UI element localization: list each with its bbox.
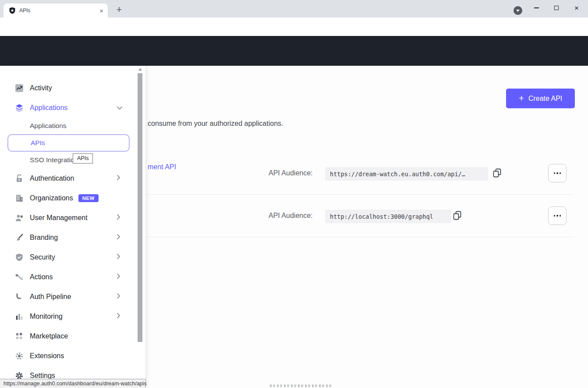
row-divider bbox=[146, 194, 574, 195]
auth0-favicon-icon bbox=[9, 7, 16, 14]
sidebar-item-marketplace[interactable]: Marketplace bbox=[0, 326, 145, 346]
sidebar-item-monitoring[interactable]: Monitoring bbox=[0, 306, 145, 326]
close-window-button[interactable]: × bbox=[567, 0, 586, 16]
marketplace-icon bbox=[15, 332, 24, 341]
sidebar-menu: ActivityApplicationsApplicationsAPIsSSO … bbox=[0, 66, 145, 385]
sidebar-item-applications[interactable]: Applications bbox=[0, 117, 145, 134]
auth0-top-navbar: dream-watch Discuss your needs Docs bbox=[0, 36, 588, 66]
chevron-down-icon bbox=[516, 10, 520, 12]
chevron-right-icon bbox=[117, 313, 120, 320]
maximize-window-button[interactable] bbox=[547, 0, 566, 16]
tab-strip: APIs × + × bbox=[0, 0, 588, 18]
sidebar-item-security[interactable]: Security bbox=[0, 247, 145, 267]
page-subtitle: consume from your authorized application… bbox=[148, 120, 283, 128]
maximize-icon bbox=[554, 6, 559, 10]
close-icon: × bbox=[574, 4, 579, 12]
sidebar-item-label: Activity bbox=[30, 84, 52, 92]
sidebar-item-label: Organizations bbox=[30, 194, 73, 202]
branding-icon bbox=[15, 233, 24, 242]
extensions-icon bbox=[15, 352, 24, 360]
browser-tab-apis[interactable]: APIs × bbox=[4, 4, 108, 18]
row-actions-button[interactable] bbox=[548, 164, 567, 182]
api-audience-label: API Audience: bbox=[269, 169, 313, 177]
api-name-link[interactable]: ment API bbox=[148, 163, 176, 171]
sidebar-item-label: Actions bbox=[30, 273, 53, 281]
sidebar-item-label: Extensions bbox=[30, 352, 64, 360]
copy-icon bbox=[453, 210, 462, 221]
sidebar-item-user-management[interactable]: User Management bbox=[0, 208, 145, 228]
sidebar-item-authentication[interactable]: Authentication bbox=[0, 168, 145, 188]
minimize-icon bbox=[534, 7, 539, 8]
sidebar-item-label: Security bbox=[30, 253, 55, 261]
sidebar-item-branding[interactable]: Branding bbox=[0, 228, 145, 247]
chevron-right-icon bbox=[117, 253, 120, 261]
chevron-down-icon bbox=[117, 104, 123, 112]
sidebar-item-applications[interactable]: Applications bbox=[0, 98, 145, 117]
tab-title: APIs bbox=[19, 7, 99, 14]
chevron-right-icon bbox=[117, 273, 120, 281]
sidebar-item-label: Monitoring bbox=[30, 313, 63, 320]
api-audience-label: API Audience: bbox=[269, 212, 313, 220]
api-audience-value: https://dream-watch.eu.auth0.com/api/… bbox=[325, 167, 488, 181]
minimize-window-button[interactable] bbox=[527, 0, 546, 16]
lock-icon bbox=[15, 174, 24, 183]
row-actions-button[interactable] bbox=[548, 206, 567, 225]
apis-page-content: + Create API consume from your authorize… bbox=[0, 66, 588, 388]
clipped-bottom-text bbox=[270, 384, 331, 387]
copy-icon bbox=[492, 168, 502, 178]
row-divider bbox=[146, 237, 574, 237]
sidebar-item-auth-pipeline[interactable]: Auth Pipeline bbox=[0, 287, 145, 306]
new-tab-button[interactable]: + bbox=[113, 4, 125, 16]
tab-search-button[interactable] bbox=[514, 6, 522, 15]
sidebar-item-label: Branding bbox=[30, 234, 58, 242]
browser-window: APIs × + × ← → ↻ manage.auth0.com/dashbo… bbox=[0, 0, 588, 388]
monitoring-icon bbox=[15, 312, 24, 321]
sidebar-item-actions[interactable]: Actions bbox=[0, 267, 145, 287]
sidebar-item-label: Marketplace bbox=[30, 332, 68, 340]
plus-icon: + bbox=[519, 93, 524, 103]
scrollbar-up-arrow-icon[interactable] bbox=[138, 68, 142, 71]
sidebar-navigation: ActivityApplicationsApplicationsAPIsSSO … bbox=[0, 66, 146, 388]
create-api-button[interactable]: + Create API bbox=[506, 89, 575, 108]
apis-tooltip: APIs bbox=[73, 153, 93, 164]
browser-toolbar: ← → ↻ manage.auth0.com/dashboard/eu/drea… bbox=[0, 18, 588, 36]
new-badge: NEW bbox=[78, 194, 99, 202]
chevron-right-icon bbox=[117, 174, 120, 182]
sidebar-item-organizations[interactable]: OrganizationsNEW bbox=[0, 188, 145, 208]
sidebar-scrollbar[interactable] bbox=[138, 66, 143, 388]
actions-icon bbox=[15, 273, 24, 281]
chevron-right-icon bbox=[117, 234, 120, 242]
chevron-right-icon bbox=[117, 214, 120, 222]
status-bar-url: https://manage.auth0.com/dashboard/eu/dr… bbox=[0, 379, 146, 388]
sidebar-item-label: Auth Pipeline bbox=[30, 293, 71, 301]
sidebar-item-label: Settings bbox=[30, 372, 55, 380]
sidebar-item-label: User Management bbox=[30, 214, 88, 222]
security-icon bbox=[15, 253, 24, 262]
close-tab-icon[interactable]: × bbox=[99, 7, 103, 14]
sidebar-item-label: Applications bbox=[30, 122, 67, 130]
copy-button[interactable] bbox=[453, 210, 462, 221]
sidebar-item-label: APIs bbox=[31, 139, 45, 147]
sidebar-item-label: Applications bbox=[30, 104, 67, 112]
sidebar-item-activity[interactable]: Activity bbox=[0, 78, 145, 98]
api-audience-value: http://localhost:3000/graphql bbox=[325, 210, 451, 223]
scrollbar-thumb[interactable] bbox=[138, 73, 142, 342]
activity-icon bbox=[15, 84, 24, 93]
sidebar-item-extensions[interactable]: Extensions bbox=[0, 346, 145, 366]
organizations-icon bbox=[15, 194, 24, 203]
applications-icon bbox=[15, 103, 24, 112]
auth-pipeline-icon bbox=[15, 292, 24, 301]
copy-button[interactable] bbox=[492, 168, 502, 178]
user-management-icon bbox=[15, 214, 24, 222]
chevron-right-icon bbox=[117, 293, 120, 301]
sidebar-item-apis[interactable]: APIs bbox=[7, 134, 130, 152]
sidebar-item-label: Authentication bbox=[30, 174, 74, 182]
